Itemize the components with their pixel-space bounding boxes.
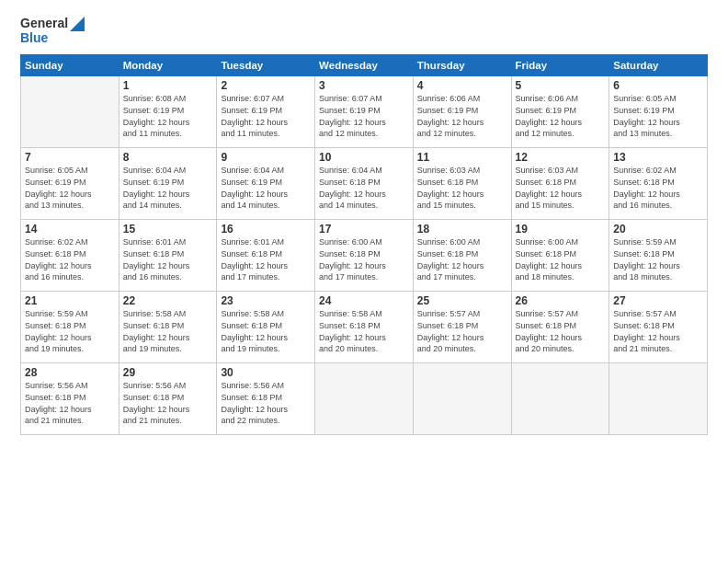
weekday-header-row: SundayMondayTuesdayWednesdayThursdayFrid… (21, 55, 708, 76)
weekday-header-saturday: Saturday (609, 55, 708, 76)
day-cell: 2Sunrise: 6:07 AM Sunset: 6:19 PM Daylig… (217, 76, 315, 148)
day-info: Sunrise: 5:57 AM Sunset: 6:18 PM Dayligh… (417, 308, 507, 354)
day-cell: 24Sunrise: 5:58 AM Sunset: 6:18 PM Dayli… (315, 292, 414, 363)
day-info: Sunrise: 5:57 AM Sunset: 6:18 PM Dayligh… (613, 308, 703, 354)
header: General Blue (20, 17, 708, 45)
day-info: Sunrise: 6:00 AM Sunset: 6:18 PM Dayligh… (516, 236, 606, 282)
logo: General Blue (20, 17, 85, 45)
day-info: Sunrise: 6:04 AM Sunset: 6:19 PM Dayligh… (123, 165, 213, 211)
day-info: Sunrise: 6:03 AM Sunset: 6:18 PM Dayligh… (516, 165, 606, 211)
day-cell: 12Sunrise: 6:03 AM Sunset: 6:18 PM Dayli… (511, 148, 609, 220)
day-cell (511, 363, 609, 435)
day-cell: 29Sunrise: 5:56 AM Sunset: 6:18 PM Dayli… (119, 363, 217, 435)
day-info: Sunrise: 6:00 AM Sunset: 6:18 PM Dayligh… (319, 236, 409, 282)
day-cell: 5Sunrise: 6:06 AM Sunset: 6:19 PM Daylig… (511, 76, 609, 148)
day-number: 2 (221, 79, 311, 92)
day-info: Sunrise: 5:58 AM Sunset: 6:18 PM Dayligh… (319, 308, 409, 354)
day-info: Sunrise: 6:05 AM Sunset: 6:19 PM Dayligh… (25, 165, 115, 211)
day-info: Sunrise: 6:00 AM Sunset: 6:18 PM Dayligh… (417, 236, 507, 282)
day-cell: 25Sunrise: 5:57 AM Sunset: 6:18 PM Dayli… (413, 292, 511, 363)
day-number: 8 (123, 151, 213, 164)
logo-blue: Blue (20, 31, 48, 45)
day-info: Sunrise: 6:05 AM Sunset: 6:19 PM Dayligh… (613, 93, 703, 139)
day-number: 7 (25, 151, 115, 164)
day-number: 13 (613, 151, 703, 164)
day-number: 15 (123, 223, 213, 236)
day-info: Sunrise: 5:57 AM Sunset: 6:18 PM Dayligh… (516, 308, 606, 354)
day-info: Sunrise: 6:07 AM Sunset: 6:19 PM Dayligh… (319, 93, 409, 139)
weekday-header-wednesday: Wednesday (315, 55, 414, 76)
week-row-3: 14Sunrise: 6:02 AM Sunset: 6:18 PM Dayli… (21, 220, 708, 292)
day-cell: 10Sunrise: 6:04 AM Sunset: 6:18 PM Dayli… (315, 148, 414, 220)
day-cell: 28Sunrise: 5:56 AM Sunset: 6:18 PM Dayli… (21, 363, 119, 435)
day-number: 4 (417, 79, 507, 92)
day-cell: 6Sunrise: 6:05 AM Sunset: 6:19 PM Daylig… (609, 76, 708, 148)
calendar-table: SundayMondayTuesdayWednesdayThursdayFrid… (20, 54, 708, 435)
day-number: 19 (516, 223, 606, 236)
day-number: 22 (123, 294, 213, 307)
day-number: 28 (25, 366, 115, 379)
day-number: 1 (123, 79, 213, 92)
day-info: Sunrise: 5:59 AM Sunset: 6:18 PM Dayligh… (613, 236, 703, 282)
day-number: 27 (613, 294, 703, 307)
day-cell: 3Sunrise: 6:07 AM Sunset: 6:19 PM Daylig… (315, 76, 414, 148)
day-info: Sunrise: 6:03 AM Sunset: 6:18 PM Dayligh… (417, 165, 507, 211)
day-cell: 4Sunrise: 6:06 AM Sunset: 6:19 PM Daylig… (413, 76, 511, 148)
week-row-2: 7Sunrise: 6:05 AM Sunset: 6:19 PM Daylig… (21, 148, 708, 220)
day-number: 20 (613, 223, 703, 236)
day-cell: 21Sunrise: 5:59 AM Sunset: 6:18 PM Dayli… (21, 292, 119, 363)
day-cell: 15Sunrise: 6:01 AM Sunset: 6:18 PM Dayli… (119, 220, 217, 292)
day-number: 24 (319, 294, 409, 307)
day-cell: 9Sunrise: 6:04 AM Sunset: 6:19 PM Daylig… (217, 148, 315, 220)
day-cell: 27Sunrise: 5:57 AM Sunset: 6:18 PM Dayli… (609, 292, 708, 363)
day-number: 12 (516, 151, 606, 164)
weekday-header-monday: Monday (119, 55, 217, 76)
svg-marker-0 (70, 17, 85, 31)
day-number: 11 (417, 151, 507, 164)
page: General Blue SundayMondayTuesdayWednesda… (0, 0, 728, 563)
day-cell: 14Sunrise: 6:02 AM Sunset: 6:18 PM Dayli… (21, 220, 119, 292)
day-cell: 20Sunrise: 5:59 AM Sunset: 6:18 PM Dayli… (609, 220, 708, 292)
day-cell: 19Sunrise: 6:00 AM Sunset: 6:18 PM Dayli… (511, 220, 609, 292)
weekday-header-tuesday: Tuesday (217, 55, 315, 76)
weekday-header-friday: Friday (511, 55, 609, 76)
day-info: Sunrise: 6:06 AM Sunset: 6:19 PM Dayligh… (516, 93, 606, 139)
day-cell: 22Sunrise: 5:58 AM Sunset: 6:18 PM Dayli… (119, 292, 217, 363)
day-number: 17 (319, 223, 409, 236)
day-number: 21 (25, 294, 115, 307)
day-info: Sunrise: 6:08 AM Sunset: 6:19 PM Dayligh… (123, 93, 213, 139)
day-number: 5 (516, 79, 606, 92)
day-info: Sunrise: 5:56 AM Sunset: 6:18 PM Dayligh… (123, 380, 213, 426)
day-cell (21, 76, 119, 148)
day-cell: 13Sunrise: 6:02 AM Sunset: 6:18 PM Dayli… (609, 148, 708, 220)
day-cell: 8Sunrise: 6:04 AM Sunset: 6:19 PM Daylig… (119, 148, 217, 220)
day-info: Sunrise: 6:07 AM Sunset: 6:19 PM Dayligh… (221, 93, 311, 139)
day-cell: 11Sunrise: 6:03 AM Sunset: 6:18 PM Dayli… (413, 148, 511, 220)
day-number: 14 (25, 223, 115, 236)
day-cell: 18Sunrise: 6:00 AM Sunset: 6:18 PM Dayli… (413, 220, 511, 292)
day-number: 3 (319, 79, 409, 92)
day-cell: 7Sunrise: 6:05 AM Sunset: 6:19 PM Daylig… (21, 148, 119, 220)
day-number: 9 (221, 151, 311, 164)
day-cell: 23Sunrise: 5:58 AM Sunset: 6:18 PM Dayli… (217, 292, 315, 363)
day-info: Sunrise: 5:58 AM Sunset: 6:18 PM Dayligh… (123, 308, 213, 354)
day-number: 10 (319, 151, 409, 164)
day-cell (609, 363, 708, 435)
day-info: Sunrise: 5:58 AM Sunset: 6:18 PM Dayligh… (221, 308, 311, 354)
week-row-4: 21Sunrise: 5:59 AM Sunset: 6:18 PM Dayli… (21, 292, 708, 363)
day-number: 18 (417, 223, 507, 236)
week-row-1: 1Sunrise: 6:08 AM Sunset: 6:19 PM Daylig… (21, 76, 708, 148)
day-number: 26 (516, 294, 606, 307)
day-cell: 17Sunrise: 6:00 AM Sunset: 6:18 PM Dayli… (315, 220, 414, 292)
day-info: Sunrise: 6:01 AM Sunset: 6:18 PM Dayligh… (221, 236, 311, 282)
day-info: Sunrise: 6:02 AM Sunset: 6:18 PM Dayligh… (613, 165, 703, 211)
day-info: Sunrise: 6:06 AM Sunset: 6:19 PM Dayligh… (417, 93, 507, 139)
logo-general: General (20, 17, 68, 30)
weekday-header-thursday: Thursday (413, 55, 511, 76)
day-info: Sunrise: 6:02 AM Sunset: 6:18 PM Dayligh… (25, 236, 115, 282)
day-cell: 1Sunrise: 6:08 AM Sunset: 6:19 PM Daylig… (119, 76, 217, 148)
day-number: 25 (417, 294, 507, 307)
day-number: 23 (221, 294, 311, 307)
day-number: 16 (221, 223, 311, 236)
logo-triangle-icon (70, 17, 85, 31)
